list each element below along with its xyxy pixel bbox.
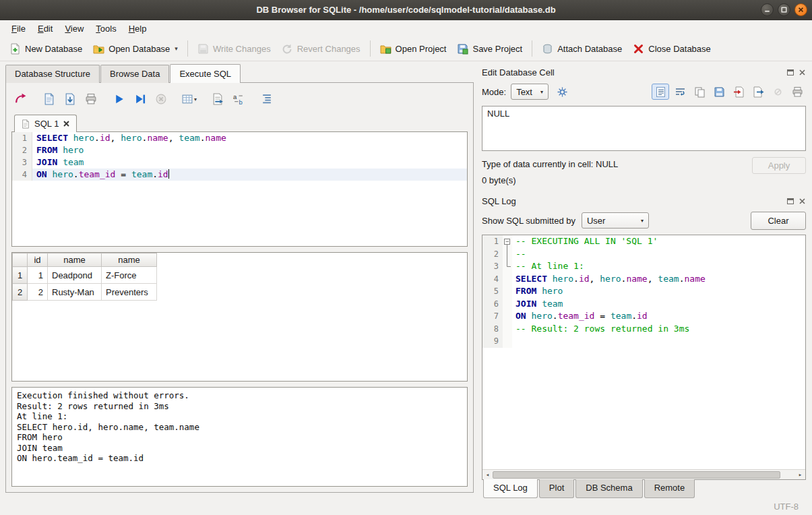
main-tabs: Database StructureBrowse DataExecute SQL bbox=[5, 64, 474, 83]
execute-all-button[interactable] bbox=[110, 90, 128, 108]
left-panel: Database StructureBrowse DataExecute SQL… bbox=[0, 61, 474, 498]
results-row[interactable]: 22Rusty-ManPreventers bbox=[13, 284, 157, 301]
results-cell[interactable]: Rusty-Man bbox=[48, 284, 102, 301]
menu-item-edit[interactable]: Edit bbox=[32, 22, 59, 36]
close-dock-icon[interactable] bbox=[799, 198, 806, 205]
execution-message[interactable]: Execution finished without errors.Result… bbox=[11, 387, 468, 487]
save-results-icon bbox=[181, 93, 193, 105]
cell-editor[interactable]: NULL bbox=[482, 106, 806, 151]
submitter-combo[interactable]: User ▾ bbox=[582, 212, 649, 229]
row-header[interactable]: 2 bbox=[13, 284, 28, 301]
log-line-number: 3 bbox=[482, 260, 503, 273]
dropdown-arrow-icon[interactable]: ▾ bbox=[175, 45, 178, 52]
log-line-number: 4 bbox=[482, 273, 503, 286]
horizontal-scrollbar[interactable]: ◂ ▸ bbox=[482, 469, 805, 479]
dock-tab-remote[interactable]: Remote bbox=[644, 479, 695, 498]
sql-document-tabs: SQL 1 bbox=[11, 113, 468, 131]
attach-database-button[interactable]: Attach Database bbox=[536, 40, 627, 58]
import-button[interactable] bbox=[730, 84, 747, 100]
results-cell[interactable]: Deadpond bbox=[48, 267, 102, 284]
save-project-button[interactable]: Save Project bbox=[451, 40, 528, 58]
tab-browse-data[interactable]: Browse Data bbox=[100, 65, 169, 83]
find-replace-button[interactable]: ab bbox=[229, 90, 247, 108]
save-results-button[interactable]: ▾ bbox=[180, 90, 198, 108]
execute-current-line-button[interactable] bbox=[131, 90, 149, 108]
editor-line[interactable]: 2FROM hero bbox=[12, 144, 467, 156]
results-row[interactable]: 11DeadpondZ-Force bbox=[13, 267, 157, 284]
save-as-button[interactable] bbox=[710, 84, 728, 100]
sql-log-view[interactable]: 1-- EXECUTING ALL IN 'SQL 1'2--3-- At li… bbox=[482, 235, 806, 480]
float-dock-icon[interactable] bbox=[787, 198, 794, 204]
close-dock-icon[interactable] bbox=[799, 69, 806, 76]
export-csv-button[interactable] bbox=[208, 90, 226, 108]
format-sql-button[interactable] bbox=[257, 90, 276, 108]
word-wrap-button[interactable] bbox=[671, 84, 689, 100]
copy-button[interactable] bbox=[691, 84, 708, 100]
text-view-button[interactable] bbox=[652, 84, 669, 100]
scrollbar-thumb[interactable] bbox=[493, 471, 780, 479]
editor-line[interactable]: 1SELECT hero.id, hero.name, team.name bbox=[12, 132, 467, 144]
log-line-number: 1 bbox=[482, 235, 503, 248]
tab-database-structure[interactable]: Database Structure bbox=[5, 65, 100, 83]
dock-tab-sql-log[interactable]: SQL Log bbox=[483, 479, 538, 498]
sql-editor[interactable]: 1SELECT hero.id, hero.name, team.name2FR… bbox=[11, 131, 468, 247]
results-cell[interactable]: Z-Force bbox=[102, 267, 157, 284]
results-column-header[interactable]: id bbox=[28, 253, 48, 267]
log-line: 9 bbox=[482, 335, 805, 348]
new-database-button[interactable]: New Database bbox=[4, 40, 88, 58]
log-line: 1-- EXECUTING ALL IN 'SQL 1' bbox=[482, 235, 805, 248]
results-cell[interactable]: 2 bbox=[28, 284, 48, 301]
dock-tab-plot[interactable]: Plot bbox=[539, 479, 574, 498]
new-database-icon bbox=[9, 43, 21, 55]
float-dock-icon[interactable] bbox=[787, 69, 794, 75]
results-column-header[interactable]: name bbox=[102, 253, 157, 267]
row-header[interactable]: 1 bbox=[13, 267, 28, 284]
sql-document-tab[interactable]: SQL 1 bbox=[14, 115, 77, 132]
menu-item-tools[interactable]: Tools bbox=[90, 22, 122, 36]
results-column-header[interactable]: name bbox=[48, 253, 102, 267]
mode-combo[interactable]: Text ▾ bbox=[511, 84, 549, 100]
menu-item-view[interactable]: View bbox=[59, 22, 90, 36]
save-as-icon bbox=[714, 86, 725, 98]
tab-execute-sql[interactable]: Execute SQL bbox=[170, 64, 241, 83]
print-button[interactable] bbox=[788, 84, 806, 100]
maximize-button[interactable] bbox=[778, 3, 790, 16]
scroll-right-icon[interactable]: ▸ bbox=[795, 471, 805, 478]
results-grid[interactable]: idnamename 11DeadpondZ-Force22Rusty-ManP… bbox=[11, 252, 468, 382]
write-changes-button: Write Changes bbox=[192, 40, 276, 58]
text-caret bbox=[168, 169, 169, 179]
editor-line[interactable]: 3JOIN team bbox=[12, 156, 467, 169]
minimize-button[interactable] bbox=[761, 3, 774, 16]
print-button[interactable] bbox=[82, 90, 100, 108]
sql-log-header: SQL Log bbox=[482, 194, 806, 208]
results-cell[interactable]: 1 bbox=[28, 267, 48, 284]
fold-margin bbox=[503, 260, 512, 273]
export-button[interactable] bbox=[749, 84, 767, 100]
cell-mode-row: Mode: Text ▾ bbox=[482, 82, 806, 102]
close-tab-icon[interactable] bbox=[63, 120, 70, 127]
toolbar-button-label: New Database bbox=[25, 44, 82, 54]
fold-collapse-icon[interactable] bbox=[503, 235, 512, 248]
menu-item-file[interactable]: File bbox=[5, 22, 32, 36]
sql-tab-label: SQL 1 bbox=[34, 119, 59, 129]
save-sql-file-button[interactable] bbox=[61, 90, 79, 108]
menu-item-help[interactable]: Help bbox=[123, 22, 153, 36]
log-line: 2-- bbox=[482, 248, 805, 261]
clear-button[interactable]: Clear bbox=[751, 212, 806, 230]
toolbar-separator bbox=[532, 40, 532, 57]
dock-tab-db-schema[interactable]: DB Schema bbox=[575, 479, 642, 498]
right-panel: Edit Database Cell Mode: Text ▾ NULL bbox=[474, 61, 812, 498]
results-cell[interactable]: Preventers bbox=[102, 284, 157, 301]
close-database-button[interactable]: Close Database bbox=[627, 40, 716, 58]
dropdown-arrow-icon[interactable]: ▾ bbox=[194, 96, 197, 102]
cell-size-text: 0 byte(s) bbox=[482, 175, 806, 185]
open-sql-file-button[interactable] bbox=[40, 90, 58, 108]
titlebar[interactable]: DB Browser for SQLite - /home/user/code/… bbox=[0, 0, 812, 20]
open-project-button[interactable]: Open Project bbox=[375, 40, 452, 58]
open-tab-button[interactable] bbox=[11, 90, 30, 108]
scroll-left-icon[interactable]: ◂ bbox=[482, 471, 493, 478]
open-database-button[interactable]: Open Database▾ bbox=[88, 40, 183, 58]
close-button[interactable] bbox=[794, 3, 807, 16]
editor-line[interactable]: 4ON hero.team_id = team.id bbox=[12, 169, 467, 181]
auto-mode-button[interactable] bbox=[553, 84, 571, 100]
